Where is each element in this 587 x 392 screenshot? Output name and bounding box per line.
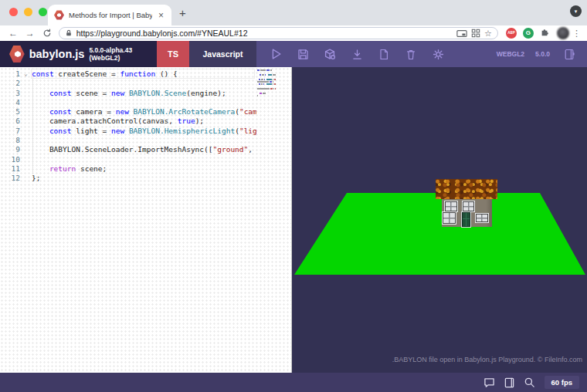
house-window	[476, 214, 488, 222]
code-line[interactable]: 9 BABYLON.SceneLoader.ImportMeshAsync(["…	[0, 145, 256, 154]
fps-counter: 60 fps	[545, 376, 579, 389]
save-button[interactable]	[294, 46, 311, 63]
browser-window: Methods for Import | Babylon.j × + ▾ ← →…	[0, 0, 587, 392]
code-line[interactable]: 4	[0, 98, 256, 107]
code-line[interactable]: 3 const scene = new BABYLON.Scene(engine…	[0, 89, 256, 98]
version-label: 5.0.0	[535, 50, 550, 58]
house-door	[462, 212, 470, 227]
settings-gear-button[interactable]	[429, 46, 446, 63]
tab-typescript[interactable]: TS	[157, 41, 189, 67]
code-line[interactable]: 10	[0, 155, 256, 164]
status-bar: 60 fps	[0, 373, 587, 392]
code-line[interactable]: 2	[0, 79, 256, 88]
editor-minimap[interactable]	[257, 69, 276, 96]
profile-avatar[interactable]	[557, 27, 569, 39]
code-line[interactable]: 8	[0, 136, 256, 145]
media-card-icon[interactable]	[456, 29, 467, 38]
lock-icon	[65, 29, 73, 37]
browser-tab[interactable]: Methods for Import | Babylon.j ×	[48, 5, 171, 25]
code-editor[interactable]: 1⌄const createScene = function () {23 co…	[0, 67, 291, 373]
clear-trash-button[interactable]	[402, 46, 419, 63]
download-button[interactable]	[348, 46, 365, 63]
grammarly-extension-icon[interactable]: G	[523, 28, 534, 39]
house-roof	[436, 179, 497, 199]
inspect-search-icon[interactable]	[524, 377, 535, 388]
babylon-favicon-icon	[54, 10, 64, 20]
code-line[interactable]: 12};	[0, 174, 256, 183]
grid-apps-icon[interactable]	[471, 29, 480, 38]
run-button[interactable]	[267, 46, 284, 63]
main-area: 1⌄const createScene = function () {23 co…	[0, 67, 587, 373]
bookmark-star-icon[interactable]: ☆	[484, 29, 492, 39]
zoom-window-button[interactable]	[39, 8, 47, 16]
code-line[interactable]: 1⌄const createScene = function () {	[0, 69, 256, 79]
house-window	[443, 212, 456, 224]
browser-menu-icon[interactable]: ⋮	[572, 29, 581, 39]
code-line[interactable]: 7 const light = new BABYLON.HemisphericL…	[0, 127, 256, 136]
tab-close-icon[interactable]: ×	[157, 11, 165, 20]
adblock-extension-icon[interactable]: ABP	[506, 28, 517, 39]
render-canvas[interactable]: .BABYLON file open in Babylon.js Playgro…	[291, 67, 587, 373]
code-line[interactable]: 5 const camera = new BABYLON.ArcRotateCa…	[0, 107, 256, 117]
address-bar[interactable]: https://playground.babylonjs.com/#YNEAUL…	[59, 27, 498, 39]
inspector-button[interactable]	[321, 46, 338, 63]
tab-title: Methods for Import | Babylon.j	[69, 11, 152, 19]
docs-book-icon[interactable]	[504, 377, 514, 388]
ground-mesh	[292, 67, 587, 373]
browser-toolbar: ← → https://playground.babylonjs.com/#YN…	[0, 25, 587, 41]
extensions-area: ABP G	[506, 26, 569, 40]
minimize-window-button[interactable]	[24, 8, 32, 16]
code-line[interactable]: 6 camera.attachControl(canvas, true);	[0, 117, 256, 126]
tab-javascript[interactable]: Javascript	[189, 41, 256, 67]
code-lines[interactable]: 1⌄const createScene = function () {23 co…	[0, 69, 256, 184]
tab-strip: Methods for Import | Babylon.j × + ▾	[0, 0, 587, 25]
playground-header: babylon.js 5.0.0-alpha.43 (WebGL2) TS Ja…	[0, 41, 587, 67]
house-window	[463, 201, 474, 211]
toolbar	[256, 41, 497, 67]
window-chevron-icon[interactable]: ▾	[570, 5, 582, 17]
brand-section: babylon.js 5.0.0-alpha.43 (WebGL2)	[0, 41, 157, 67]
code-line[interactable]: 11 return scene;	[0, 164, 256, 174]
puzzle-extensions-icon[interactable]	[540, 26, 551, 40]
forward-button[interactable]: →	[22, 28, 39, 39]
new-tab-button[interactable]: +	[179, 6, 186, 19]
url-text[interactable]: https://playground.babylonjs.com/#YNEAUL…	[76, 29, 453, 38]
traffic-lights	[9, 8, 47, 16]
header-right: WEBGL2 5.0.0	[497, 41, 587, 67]
house-window	[445, 201, 457, 211]
back-button[interactable]: ←	[5, 28, 22, 39]
close-window-button[interactable]	[9, 8, 18, 16]
new-file-button[interactable]	[375, 46, 392, 63]
webgl-label: WEBGL2	[497, 50, 524, 58]
brand-name: babylon.js	[29, 48, 85, 60]
reload-button[interactable]	[39, 29, 56, 38]
babylon-logo-icon	[9, 45, 25, 63]
brand-version: 5.0.0-alpha.43 (WebGL2)	[89, 46, 157, 62]
examples-book-icon[interactable]	[561, 46, 578, 63]
watermark-text: .BABYLON file open in Babylon.js Playgro…	[392, 356, 582, 363]
comment-bubble-icon[interactable]	[484, 377, 495, 388]
